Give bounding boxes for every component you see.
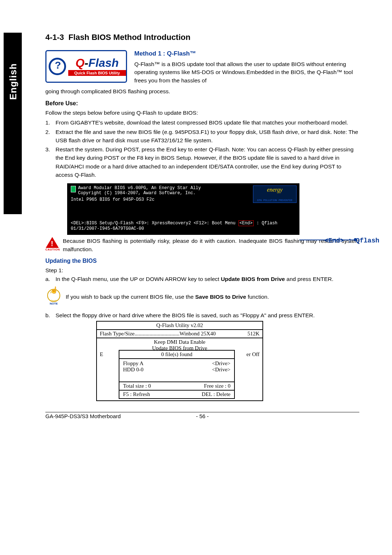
page-footer: GA-945P-DS3/S3 Motherboard - 56 - <box>45 412 359 419</box>
section-heading: 4-1-3 Flash BIOS Method Introduction <box>45 33 359 42</box>
list-marker: 2. <box>45 128 56 145</box>
before-use-intro: Follow the steps below before using Q-Fl… <box>45 109 359 117</box>
qf-popup-foot2: F5 : Refresh DEL : Delete <box>119 390 234 398</box>
qf-drive-popup: 0 file(s) found Floppy A<Drive> HDD 0-0<… <box>119 350 235 399</box>
footer-page-number: - 56 - <box>196 413 209 419</box>
bios-line2: Copyright (C) 1984-2007, Award Software,… <box>78 191 201 196</box>
logo-q: Q <box>75 56 85 69</box>
note-block: ☝ NOTE If you wish to back up the curren… <box>45 289 359 305</box>
qf-dots <box>135 331 180 337</box>
qf-right-snip: er Off <box>245 351 260 358</box>
qf-drive-name: Floppy A <box>123 360 212 367</box>
step-list-b: b. Select the floppy drive or hard drive… <box>45 311 359 319</box>
note-label: NOTE <box>45 302 62 305</box>
qf-drive-tag: <Drive> <box>212 367 230 373</box>
question-mark-icon <box>49 58 66 75</box>
note-text: If you wish to back up the current BIOS … <box>66 293 269 301</box>
list-text: Restart the system. During POST, press t… <box>56 145 359 179</box>
qf-title: Q-Flash Utility v2.02 <box>97 322 262 330</box>
energy-star-badge: energy EPA POLLUTION PREVENTER <box>253 185 297 203</box>
bios-end-highlight: <End> <box>238 220 254 226</box>
language-tab: English <box>4 33 22 214</box>
qf-drive-tag: <Drive> <box>212 360 230 367</box>
step-a-bold: Update BIOS from Drive <box>221 276 285 282</box>
qf-del-delete: DEL : Delete <box>202 391 230 397</box>
award-icon <box>71 186 76 192</box>
qf-popup-body: Floppy A<Drive> HDD 0-0<Drive> <box>119 359 234 382</box>
bios-bottom-pre: <DEL>:BIOS Setup/Q-Flash <F9>: XpressRec… <box>71 221 236 226</box>
list-item: 3.Restart the system. During POST, press… <box>45 145 359 179</box>
logo-flash: Flash <box>88 56 119 69</box>
caution-icon: CAUTION <box>45 237 59 251</box>
qf-drive-name: HDD 0-0 <box>123 367 212 373</box>
step-a-post: and press ENTER. <box>285 276 334 282</box>
note-pre: If you wish to back up the current BIOS … <box>66 294 195 300</box>
bios-serial: 01/31/2007-I945-6A79TG0AC-00 <box>71 226 296 231</box>
note-hand-icon: ☝ <box>50 286 58 294</box>
step-a-pre: In the Q-Flash menu, use the UP or DOWN … <box>56 276 221 282</box>
step-b-text: Select the floppy drive or hard drive wh… <box>56 311 315 319</box>
bios-callout: <End> : Qflash <box>324 237 379 244</box>
method1-text: Method 1 : Q-Flash™ Q-Flash™ is a BIOS u… <box>134 50 359 85</box>
qf-row: Flash Type/SizeWinbond 25X40 512K <box>97 330 262 338</box>
list-marker: 1. <box>45 118 56 127</box>
energy-subtext: EPA POLLUTION PREVENTER <box>254 199 295 202</box>
step-list: a. In the Q-Flash menu, use the UP or DO… <box>45 275 359 283</box>
bios-bottom-line: <DEL>:BIOS Setup/Q-Flash <F9>: XpressRec… <box>71 220 296 226</box>
qf-popup-head: 0 file(s) found <box>119 351 234 359</box>
method1-para-b: going through complicated BIOS flashing … <box>45 87 359 95</box>
list-marker: a. <box>45 275 56 283</box>
footer-model: GA-945P-DS3/S3 Motherboard <box>45 413 196 419</box>
list-item: 1.From GIGABYTE's website, download the … <box>45 118 359 127</box>
step-label: Step 1: <box>45 266 359 274</box>
qflash-logo: Q-Flash Quick Flash BIOS Utility <box>45 50 127 83</box>
page: English 4-1-3 Flash BIOS Method Introduc… <box>0 0 392 434</box>
list-text: In the Q-Flash menu, use the UP or DOWN … <box>56 275 334 283</box>
qf-total-size: Total size : 0 <box>123 383 204 389</box>
logo-dash: - <box>85 56 89 69</box>
list-item: 2.Extract the file and save the new BIOS… <box>45 128 359 145</box>
updating-heading: Updating the BIOS <box>45 258 359 264</box>
qf-menu: Keep DMI Data Enable Update BIOS from Dr… <box>97 338 262 400</box>
qf-free-size: Free size : 0 <box>204 383 230 389</box>
list-text: Extract the file and save the new BIOS f… <box>56 128 359 145</box>
qf-flash-type-value: Winbond 25X40 <box>180 331 216 337</box>
logo-subtitle: Quick Flash BIOS Utility <box>68 70 126 76</box>
qf-keep-dmi: Keep DMI Data Enable <box>100 339 260 345</box>
section-number: 4-1-3 <box>45 33 64 42</box>
list-marker: b. <box>45 311 56 319</box>
section-title: Flash BIOS Method Introduction <box>69 33 191 42</box>
list-marker: 3. <box>45 145 56 179</box>
qf-flash-type-label: Flash Type/Size <box>100 331 135 337</box>
bios-post-screenshot: Award Modular BIOS v6.00PG, An Energy St… <box>67 183 299 235</box>
logo-text: Q-Flash Quick Flash BIOS Utility <box>68 57 126 76</box>
note-post: function. <box>246 294 269 300</box>
qflash-utility-screenshot: Q-Flash Utility v2.02 Flash Type/SizeWin… <box>96 321 263 401</box>
footer-right <box>209 413 359 419</box>
method1-heading: Method 1 : Q-Flash™ <box>134 50 359 57</box>
caution-label: CAUTION <box>45 248 59 251</box>
warning-triangle-icon <box>46 237 59 248</box>
language-label: English <box>8 63 19 100</box>
list-item: a. In the Q-Flash menu, use the UP or DO… <box>45 275 359 283</box>
list-item: b. Select the floppy drive or hard drive… <box>45 311 359 319</box>
energy-script: energy <box>254 187 295 193</box>
qf-popup-foot1: Total size : 0 Free size : 0 <box>119 382 234 390</box>
bios-line1: Award Modular BIOS v6.00PG, An Energy St… <box>78 185 201 191</box>
note-face-icon: ☝ <box>47 289 60 302</box>
bios-bottom-post: : Qflash <box>257 221 278 226</box>
qf-flash-size: 512K <box>248 331 260 337</box>
method1-block: Q-Flash Quick Flash BIOS Utility Method … <box>45 50 359 85</box>
note-icon: ☝ NOTE <box>45 289 62 305</box>
before-use-list: 1.From GIGABYTE's website, download the … <box>45 118 359 179</box>
method1-para-a: Q-Flash™ is a BIOS update tool that allo… <box>134 60 359 85</box>
before-use-heading: Before Use: <box>45 100 359 107</box>
qf-left-snip: E <box>100 351 109 358</box>
list-text: From GIGABYTE's website, download the la… <box>56 118 348 127</box>
qf-f5-refresh: F5 : Refresh <box>123 391 202 397</box>
note-bold: Save BIOS to Drive <box>195 294 246 300</box>
